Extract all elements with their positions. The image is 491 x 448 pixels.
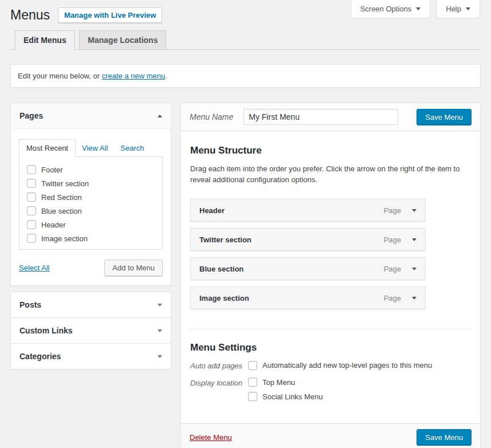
pages-panel-tabs: Most Recent View All Search — [19, 139, 163, 156]
menu-editor: Menu Name Save Menu Menu Structure Drag … — [180, 103, 481, 448]
location-social-links-text[interactable]: Social Links Menu — [262, 392, 323, 401]
create-new-menu-link[interactable]: create a new menu — [102, 72, 166, 80]
menu-item-blue-section[interactable]: Blue section Page — [190, 257, 426, 280]
page-checkbox-row: Image section — [27, 231, 162, 245]
location-social-links-checkbox[interactable] — [248, 392, 257, 401]
help-label: Help — [446, 5, 461, 13]
menu-item-type: Page — [384, 235, 401, 244]
save-menu-button-top[interactable]: Save Menu — [417, 109, 472, 125]
expand-item-icon[interactable] — [412, 268, 417, 270]
menu-name-bar: Menu Name Save Menu — [181, 103, 480, 131]
page-checkbox-twitter-section[interactable] — [27, 179, 36, 188]
menu-structure-description: Drag each item into the order you prefer… — [190, 163, 465, 185]
screen-options-button[interactable]: Screen Options — [351, 0, 431, 18]
delete-menu-link[interactable]: Delete Menu — [190, 433, 232, 442]
tab-search[interactable]: Search — [114, 140, 150, 156]
page-checkbox-row: Header — [27, 218, 162, 231]
screen-meta: Screen Options Help — [351, 0, 480, 18]
help-button[interactable]: Help — [436, 0, 480, 18]
menu-settings-title: Menu Settings — [190, 342, 471, 353]
menu-item-label: Blue section — [199, 265, 243, 273]
tab-edit-menus[interactable]: Edit Menus — [15, 30, 75, 50]
chevron-down-icon — [416, 7, 421, 10]
menu-item-header[interactable]: Header Page — [190, 199, 426, 222]
tab-manage-locations[interactable]: Manage Locations — [79, 30, 166, 49]
tab-view-all[interactable]: View All — [76, 140, 114, 156]
menu-item-label: Image section — [199, 294, 249, 302]
accordion-categories[interactable]: Categories — [10, 344, 171, 370]
sidebar-accordions: Posts Custom Links Categories — [10, 292, 171, 370]
page-label[interactable]: Twitter section — [41, 179, 89, 188]
menu-item-type: Page — [384, 265, 401, 273]
accordion-custom-links-title: Custom Links — [19, 326, 73, 335]
expand-item-icon[interactable] — [412, 297, 417, 300]
menu-item-image-section[interactable]: Image section Page — [190, 286, 426, 309]
accordion-posts[interactable]: Posts — [10, 292, 171, 318]
menu-settings-section: Menu Settings Auto add pages Automatical… — [190, 329, 471, 401]
pages-panel-content: Most Recent View All Search Footer Twitt… — [11, 129, 171, 285]
auto-add-pages-text[interactable]: Automatically add new top-level pages to… — [262, 361, 432, 370]
page-label[interactable]: Image section — [41, 234, 88, 243]
page-checkbox-footer[interactable] — [27, 165, 36, 174]
page-checkbox-image-section[interactable] — [27, 234, 36, 243]
chevron-down-icon — [466, 7, 470, 10]
add-to-menu-button[interactable]: Add to Menu — [104, 260, 163, 276]
menu-structure-title: Menu Structure — [190, 145, 471, 156]
notice-text: Edit your menu below, or — [18, 72, 102, 80]
location-social-links-option: Social Links Menu — [248, 392, 323, 401]
location-top-menu-option: Top Menu — [248, 378, 323, 387]
menu-items-sidebar: Pages Most Recent View All Search Footer — [10, 103, 171, 370]
pages-panel-title: Pages — [19, 111, 43, 120]
tab-most-recent[interactable]: Most Recent — [19, 139, 76, 157]
menu-structure-list: Header Page Twitter section Page — [190, 199, 426, 309]
pages-panel: Pages Most Recent View All Search Footer — [10, 103, 171, 286]
collapse-up-icon[interactable] — [158, 115, 162, 117]
menu-item-type: Page — [384, 206, 401, 215]
page-label[interactable]: Footer — [41, 166, 63, 174]
page-label[interactable]: Header — [41, 221, 66, 229]
menu-name-input[interactable] — [243, 109, 398, 125]
location-top-menu-text[interactable]: Top Menu — [262, 378, 295, 387]
select-all-link[interactable]: Select All — [19, 264, 49, 272]
save-menu-button-bottom[interactable]: Save Menu — [417, 429, 472, 446]
chevron-down-icon — [158, 329, 162, 332]
menu-item-label: Twitter section — [199, 235, 252, 244]
display-location-label: Display location — [190, 378, 248, 401]
menu-item-twitter-section[interactable]: Twitter section Page — [190, 228, 426, 251]
pages-checklist: Footer Twitter section Red Section — [19, 156, 163, 250]
menu-name-label: Menu Name — [190, 112, 233, 121]
auto-add-pages-checkbox[interactable] — [248, 361, 257, 370]
auto-add-pages-label: Auto add pages — [190, 360, 248, 370]
page-checkbox-row: Twitter section — [27, 176, 162, 190]
chevron-down-icon — [158, 355, 162, 358]
page-checkbox-header[interactable] — [27, 220, 36, 229]
screen-options-label: Screen Options — [360, 5, 412, 13]
chevron-down-icon — [158, 304, 162, 306]
menu-item-type: Page — [384, 294, 401, 302]
expand-item-icon[interactable] — [412, 238, 417, 241]
accordion-posts-title: Posts — [19, 300, 41, 309]
page-label[interactable]: Blue section — [41, 207, 82, 215]
page-label[interactable]: Red Section — [41, 193, 82, 202]
page-checkbox-row: Blue section — [27, 204, 162, 218]
page-checkbox-row: Red Section — [27, 190, 162, 204]
page-checkbox-row: Footer — [27, 163, 162, 176]
menu-item-label: Header — [199, 206, 225, 215]
notice-text-end: . — [165, 72, 167, 80]
pages-panel-header[interactable]: Pages — [11, 103, 171, 129]
accordion-custom-links[interactable]: Custom Links — [10, 318, 171, 344]
page-checkbox-red-section[interactable] — [27, 192, 36, 202]
location-top-menu-checkbox[interactable] — [248, 378, 257, 387]
page-checkbox-blue-section[interactable] — [27, 206, 36, 215]
expand-item-icon[interactable] — [412, 209, 417, 212]
manage-live-preview-button[interactable]: Manage with Live Preview — [58, 7, 162, 23]
page-title: Menus — [10, 7, 50, 23]
nav-tabs: Edit Menus Manage Locations — [10, 30, 481, 50]
edit-menu-notice: Edit your menu below, or create a new me… — [10, 64, 481, 88]
accordion-categories-title: Categories — [19, 352, 61, 361]
auto-add-pages-option: Automatically add new top-level pages to… — [248, 360, 432, 370]
menu-editor-footer: Delete Menu Save Menu — [181, 423, 480, 448]
